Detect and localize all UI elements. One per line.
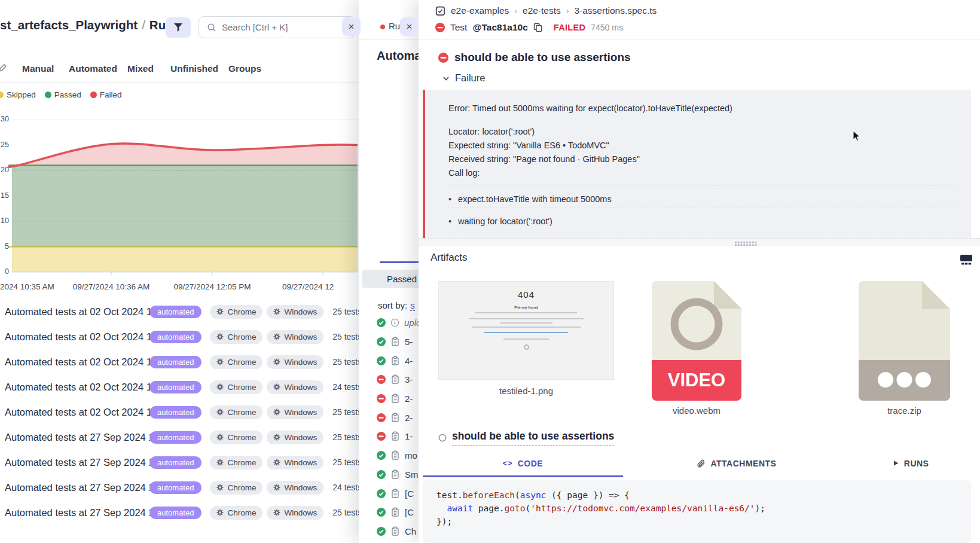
artifact-video[interactable]: VIDEO video.webm (652, 281, 741, 416)
error-line: Error: Timed out 5000ms waiting for expe… (448, 102, 957, 115)
test-label: Test (450, 22, 467, 33)
test-list-item[interactable]: uplo (359, 313, 419, 332)
tab-unfinished[interactable]: Unfinished (170, 63, 218, 74)
copy-icon[interactable] (533, 23, 542, 32)
run-list-item[interactable]: Automated tests at 27 Sep 2024 10:35 aut… (0, 500, 359, 525)
run-list-item[interactable]: Automated tests at 02 Oct 2024 11:08 aut… (0, 349, 359, 374)
sort-by-row: sort by:s (378, 300, 415, 310)
test-link-row[interactable]: should be able to use assertions (438, 430, 614, 446)
artifact-screenshot[interactable]: 404 File not found testiled-1.png (438, 281, 614, 396)
test-list-item[interactable]: [C (359, 484, 419, 503)
artifact-name: testiled-1.png (438, 386, 614, 396)
test-list-item[interactable]: Ch (359, 522, 419, 541)
passed-check-icon (377, 451, 386, 460)
env-chip-windows: Windows (267, 380, 323, 394)
run-list-item[interactable]: Automated tests at 27 Sep 2024 12:07 aut… (0, 425, 359, 450)
env-label: Windows (284, 358, 317, 367)
run-title: Automated tests at 27 Sep 2024 10:35 (5, 507, 149, 518)
project-title: st_artefacts_Playwright (0, 18, 138, 32)
test-name: uplo (404, 318, 419, 328)
env-label: Chrome (227, 358, 256, 367)
thumb-404-subtitle: File not found (439, 306, 613, 309)
legend-item[interactable]: Passed (45, 90, 81, 99)
breadcrumb-item[interactable]: 3-assertions.spec.ts (574, 5, 657, 16)
tab-label: CODE (518, 459, 543, 468)
search-box[interactable] (199, 16, 355, 38)
env-label: Chrome (227, 383, 256, 392)
tab-code[interactable]: <> CODE (423, 451, 623, 477)
clipboard-icon (390, 431, 400, 441)
clipboard-icon (390, 450, 400, 460)
run-list-item[interactable]: Automated tests at 02 Oct 2024 11:13 aut… (0, 299, 359, 324)
run-list-item[interactable]: Automated tests at 27 Sep 2024 12:03 aut… (0, 450, 359, 475)
breadcrumb-item[interactable]: e2e-tests (523, 5, 561, 16)
env-chip-chrome: Chrome (210, 456, 262, 469)
test-list-item[interactable]: 3- (359, 370, 419, 389)
filter-button[interactable] (166, 17, 191, 38)
breadcrumb-separator: › (514, 6, 517, 16)
clipboard-icon (390, 526, 400, 536)
env-label: Windows (284, 408, 317, 417)
test-list-item[interactable]: 2- (359, 408, 419, 427)
run-list-item[interactable]: Automated tests at 02 Oct 2024 11:11 aut… (0, 324, 359, 349)
run-detail-title: Automa (377, 49, 419, 63)
tab-automated[interactable]: Automated (69, 63, 117, 74)
legend-dot-icon (45, 91, 51, 98)
task-check-icon (435, 6, 445, 16)
test-name: mo (405, 450, 417, 460)
clipboard-icon (390, 489, 400, 499)
tab-groups[interactable]: Groups (228, 63, 261, 74)
x-axis-label: 09/27/2024 12:05 PM (173, 282, 251, 291)
failure-section-toggle[interactable]: Failure (442, 72, 485, 84)
run-tests-count: 25 tests (332, 432, 362, 442)
search-icon (207, 23, 216, 32)
sort-by-link[interactable]: s (410, 300, 415, 311)
test-result-list: uplo 5- (359, 313, 419, 541)
panel-resize-splitter[interactable] (419, 238, 980, 246)
tab-mixed[interactable]: Mixed (127, 63, 154, 74)
test-list-item[interactable]: Sm (359, 465, 419, 484)
test-link[interactable]: should be able to use assertions (452, 430, 614, 446)
search-input[interactable] (222, 22, 355, 32)
env-label: Windows (284, 458, 317, 467)
gear-icon (216, 383, 224, 391)
env-chip-chrome: Chrome (210, 481, 262, 495)
test-detail-drawer: e2e-examples › e2e-tests › 3-assertions.… (419, 0, 980, 543)
test-list-item[interactable]: 1- (359, 427, 419, 446)
passed-filter-button[interactable]: Passed (362, 270, 419, 288)
drag-handle-icon[interactable] (734, 241, 757, 246)
breadcrumb-item[interactable]: e2e-examples (451, 5, 509, 16)
test-list-item[interactable]: mo (359, 446, 419, 465)
test-list-item[interactable]: 4- (359, 351, 419, 370)
paperclip-icon (697, 459, 706, 468)
close-run-drawer-button[interactable]: × (342, 17, 361, 36)
legend-item[interactable]: Skipped (0, 90, 36, 99)
test-list-item[interactable]: 2- (359, 389, 419, 408)
test-name: [C (405, 489, 414, 499)
failed-minus-icon (377, 432, 386, 441)
run-detail-drawer: Ru Automa Passed sort by:s uplo (359, 0, 419, 543)
env-chip-chrome: Chrome (210, 405, 262, 419)
artifact-trace[interactable]: trace.zip (859, 281, 950, 416)
close-test-drawer-button[interactable]: × (400, 17, 419, 36)
run-type-badge: automated (149, 381, 202, 393)
run-tests-count: 25 tests (332, 508, 362, 517)
run-tests-count: 25 tests (332, 407, 362, 417)
run-list-item[interactable]: Automated tests at 02 Oct 2024 10:40 aut… (0, 399, 359, 425)
tab-runs[interactable]: RUNS (850, 451, 971, 477)
gallery-view-toggle-button[interactable] (960, 254, 973, 265)
run-type-badge: automated (149, 507, 202, 519)
env-label: Chrome (227, 483, 256, 492)
call-log: • expect.toHaveTitle with timeout 5000ms… (448, 185, 957, 230)
run-list-item[interactable]: Automated tests at 02 Oct 2024 10:43 aut… (0, 374, 359, 399)
legend-item[interactable]: Failed (90, 90, 122, 99)
tab-attachments[interactable]: ATTACHMENTS (623, 451, 851, 477)
error-line: Call log: (448, 166, 957, 180)
env-chip-chrome: Chrome (210, 506, 262, 520)
test-list-item[interactable]: 5- (359, 332, 419, 352)
clipboard-icon (390, 337, 400, 347)
tab-manual[interactable]: Manual (22, 63, 54, 74)
passed-check-icon (377, 508, 386, 517)
test-list-item[interactable]: [C (359, 503, 419, 522)
run-list-item[interactable]: Automated tests at 27 Sep 2024 11:32 aut… (0, 475, 359, 500)
